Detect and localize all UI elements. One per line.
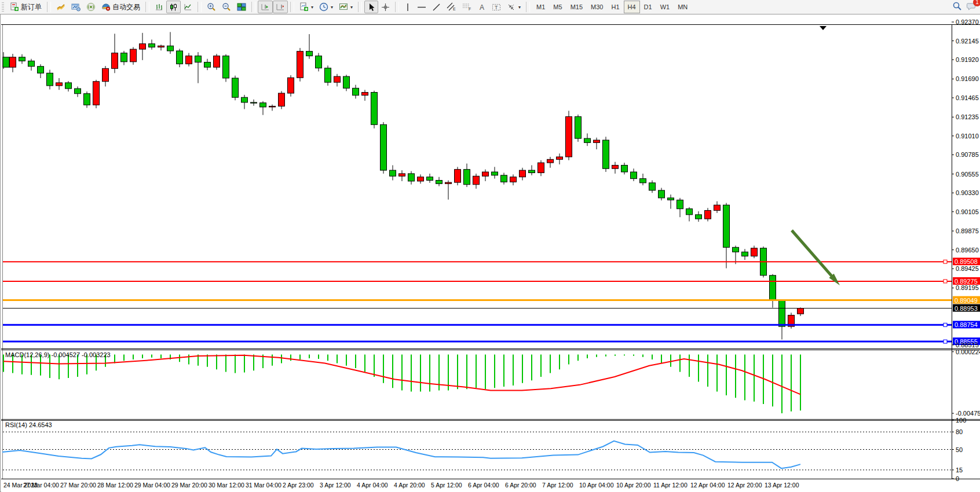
date-label[interactable]: 7 Apr 12:00 — [542, 482, 573, 489]
arrows-button[interactable]: ▾ — [504, 1, 524, 13]
zoom-out-button[interactable] — [219, 1, 234, 13]
candle-body — [149, 44, 155, 47]
hline-handle[interactable] — [944, 260, 947, 263]
candle-body — [529, 170, 535, 172]
candle-body — [204, 62, 211, 67]
indicators-button[interactable]: ▾ — [297, 1, 316, 13]
date-label[interactable]: 29 Mar 04:00 — [134, 482, 170, 489]
channel-icon: E — [447, 2, 456, 12]
text-button[interactable]: A — [475, 1, 489, 13]
timeframe-d1[interactable]: D1 — [640, 1, 656, 13]
chart-shift-button[interactable] — [273, 1, 288, 13]
date-label[interactable]: 5 Apr 12:00 — [431, 482, 462, 489]
autotrading-button[interactable]: 自动交易 — [98, 1, 143, 13]
crosshair-button[interactable] — [378, 1, 393, 13]
candle-body — [520, 170, 526, 177]
search-icon[interactable] — [952, 1, 962, 13]
timeframe-m1[interactable]: M1 — [532, 1, 549, 13]
date-label[interactable]: 13 Apr 12:00 — [765, 482, 799, 489]
date-label[interactable]: 30 Mar 12:00 — [209, 482, 244, 489]
cursor-button[interactable] — [364, 1, 378, 13]
auto-scroll-button[interactable] — [258, 1, 273, 13]
date-label[interactable]: 28 Mar 12:00 — [97, 482, 133, 489]
date-label[interactable]: 29 Mar 20:00 — [171, 482, 207, 489]
date-label[interactable]: 6 Apr 20:00 — [505, 482, 536, 489]
candle-body — [510, 177, 517, 182]
rsi-axis-label: 0 — [956, 475, 959, 482]
toolbar-grip[interactable] — [2, 2, 4, 12]
date-label[interactable]: 27 Mar 04:00 — [23, 482, 59, 489]
timeframe-w1[interactable]: W1 — [656, 1, 674, 13]
timeframe-m15[interactable]: M15 — [566, 1, 587, 13]
date-label[interactable]: 12 Apr 20:00 — [727, 482, 762, 489]
date-label[interactable]: 11 Apr 12:00 — [653, 482, 688, 489]
candle-body — [742, 252, 748, 256]
timeframe-m5[interactable]: M5 — [549, 1, 566, 13]
rsi-axis-label: 50 — [956, 446, 963, 453]
date-label[interactable]: 31 Mar 04:00 — [246, 482, 281, 489]
date-label[interactable]: 6 Apr 04:00 — [468, 482, 499, 489]
timeframe-h1[interactable]: H1 — [607, 1, 623, 13]
text-label-button[interactable]: T — [489, 1, 504, 13]
date-label[interactable]: 10 Apr 04:00 — [579, 482, 614, 489]
candlestick-chart-button[interactable] — [166, 1, 181, 13]
rsi-axis-label: 80 — [956, 428, 963, 435]
chart-canvas[interactable]: 0.895080.892750.890490.889530.887540.885… — [1, 14, 980, 492]
zoom-in-icon — [207, 2, 216, 12]
hline-handle[interactable] — [944, 280, 947, 283]
candle-body — [649, 183, 656, 190]
timeframe-m30[interactable]: M30 — [587, 1, 607, 13]
text-label-icon: T — [492, 3, 501, 12]
timeframe-mn[interactable]: MN — [674, 1, 692, 13]
candlestick-icon — [169, 3, 178, 12]
bar-chart-button[interactable] — [152, 1, 166, 13]
price-tick-label: 0.90555 — [956, 171, 979, 178]
candle-body — [584, 138, 591, 142]
timeframe-group: M1M5M15M30H1H4D1W1MN — [531, 0, 693, 14]
hline-price-text: 0.88953 — [955, 305, 978, 312]
hline-handle[interactable] — [944, 323, 947, 326]
vertical-line-button[interactable] — [401, 1, 414, 13]
alerts-button[interactable] — [83, 1, 98, 13]
fibonacci-button[interactable]: F — [459, 1, 475, 13]
candle-body — [659, 190, 665, 198]
zoom-in-button[interactable] — [204, 1, 219, 13]
hline-handle[interactable] — [944, 340, 947, 343]
candle-body — [668, 198, 674, 200]
horizontal-line-button[interactable] — [414, 1, 429, 13]
date-label[interactable]: 12 Apr 04:00 — [690, 482, 725, 489]
templates-button[interactable]: ▾ — [336, 1, 356, 13]
candle-body — [93, 82, 100, 105]
date-label[interactable]: 4 Apr 20:00 — [394, 482, 425, 489]
candle-body — [269, 106, 276, 107]
hline-price-text: 0.89275 — [955, 278, 978, 285]
price-tick-label: 0.90105 — [956, 208, 979, 215]
hline-price-text: 0.89049 — [955, 297, 978, 304]
date-label[interactable]: 10 Apr 20:00 — [616, 482, 651, 489]
date-label[interactable]: 2 Apr 23:00 — [283, 482, 314, 489]
date-label[interactable]: 4 Apr 04:00 — [357, 482, 388, 489]
price-tick-label: 0.89650 — [956, 247, 979, 254]
notifications-button[interactable]: 1 — [967, 2, 977, 13]
trendline-button[interactable] — [429, 1, 444, 13]
market-watch-button[interactable] — [53, 1, 68, 13]
price-tick-label: 0.92370 — [956, 19, 979, 25]
candle-body — [325, 68, 331, 83]
price-tick-label: 0.90330 — [956, 189, 979, 196]
data-window-button[interactable] — [68, 1, 83, 13]
chart-window[interactable]: ▼ USDCHF-,H4 0.88886 0.88962 0.88860 0.8… — [0, 14, 980, 492]
equidistant-channel-button[interactable]: E — [444, 1, 459, 13]
line-chart-button[interactable] — [181, 1, 195, 13]
new-order-button[interactable]: 新订单 — [7, 1, 45, 13]
candle-body — [482, 172, 489, 176]
date-label[interactable]: 27 Mar 20:00 — [60, 482, 96, 489]
toolbar-separator — [47, 2, 51, 12]
date-label[interactable]: 3 Apr 12:00 — [320, 482, 351, 489]
fibonacci-icon: F — [462, 2, 472, 12]
candle-body — [214, 56, 220, 68]
gold-bars-icon — [56, 2, 65, 12]
candle-body — [557, 157, 563, 159]
tile-windows-button[interactable] — [234, 1, 249, 13]
timeframe-h4[interactable]: H4 — [624, 1, 640, 13]
periods-button[interactable]: ▾ — [316, 1, 336, 13]
